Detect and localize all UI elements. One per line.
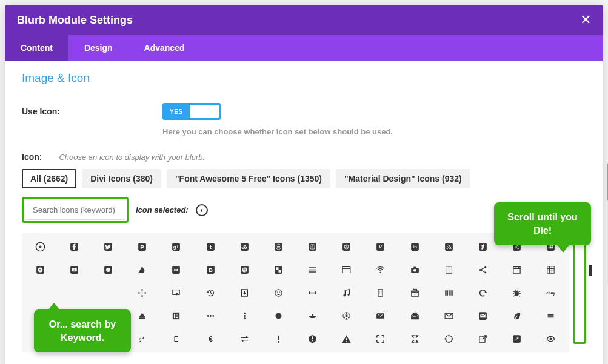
svg-rect-110 bbox=[346, 338, 347, 340]
icon-youtube[interactable] bbox=[57, 258, 91, 281]
svg-rect-69 bbox=[310, 292, 315, 293]
svg-point-109 bbox=[312, 340, 313, 341]
icon-wifi[interactable] bbox=[364, 258, 398, 281]
icon-dumbbell[interactable] bbox=[296, 281, 330, 304]
icon-dribbble[interactable] bbox=[330, 235, 364, 258]
icon-submarine[interactable] bbox=[296, 304, 330, 327]
icon-history[interactable] bbox=[193, 281, 227, 304]
icon-ellipsis-h[interactable] bbox=[193, 304, 227, 327]
icon-etsy[interactable]: E bbox=[159, 327, 193, 350]
filter-all[interactable]: All (2662) bbox=[22, 169, 76, 188]
svg-point-106 bbox=[278, 341, 279, 343]
icon-barcode[interactable] bbox=[432, 281, 466, 304]
icon-expand-arrows[interactable] bbox=[398, 327, 432, 350]
toggle-knob bbox=[190, 105, 219, 118]
icon-calendar[interactable] bbox=[500, 258, 534, 281]
icon-download[interactable] bbox=[227, 281, 261, 304]
icon-vimeo[interactable]: v bbox=[364, 235, 398, 258]
svg-text:E: E bbox=[174, 334, 179, 343]
icon-crosshair[interactable] bbox=[432, 327, 466, 350]
icon-smile[interactable] bbox=[261, 281, 295, 304]
icon-eye[interactable] bbox=[534, 327, 568, 350]
icon-delicious[interactable] bbox=[261, 258, 295, 281]
icon-gift[interactable] bbox=[398, 281, 432, 304]
icon-camera[interactable] bbox=[398, 258, 432, 281]
icon-google-drive[interactable] bbox=[125, 258, 159, 281]
icon-exclamation[interactable] bbox=[261, 327, 295, 350]
icon-envelope-square[interactable] bbox=[466, 304, 499, 327]
callout-search: Or... search by Keyword. bbox=[34, 309, 131, 352]
icon-envelope[interactable] bbox=[364, 304, 398, 327]
icon-ebay[interactable]: ebay bbox=[534, 281, 568, 304]
icon-exclamation-triangle[interactable] bbox=[330, 327, 364, 350]
icon-book[interactable] bbox=[432, 258, 466, 281]
filter-material[interactable]: "Material Design" Icons (932) bbox=[336, 169, 470, 188]
icon-label: Icon: bbox=[22, 152, 42, 162]
icon-stumbleupon[interactable] bbox=[227, 235, 261, 258]
icon-scrollbar-thumb[interactable] bbox=[589, 265, 592, 276]
icon-browser[interactable] bbox=[330, 258, 364, 281]
svg-point-92 bbox=[275, 313, 281, 319]
filter-divi[interactable]: Divi Icons (380) bbox=[82, 169, 161, 188]
icon-exclamation-circle[interactable] bbox=[296, 327, 330, 350]
search-highlight bbox=[22, 197, 129, 223]
search-input[interactable] bbox=[25, 200, 125, 220]
icon-exchange[interactable] bbox=[227, 327, 261, 350]
icon-instagram[interactable] bbox=[296, 235, 330, 258]
icon-music[interactable] bbox=[330, 281, 364, 304]
icon-selected-label: Icon selected: bbox=[136, 205, 189, 214]
svg-rect-41 bbox=[172, 266, 180, 274]
icon-pinterest[interactable]: P bbox=[125, 235, 159, 258]
icon-selected-preview: ‹ bbox=[196, 204, 208, 216]
icon-undo[interactable] bbox=[466, 281, 499, 304]
icon-envelope-open[interactable] bbox=[398, 304, 432, 327]
icon-move[interactable] bbox=[125, 281, 159, 304]
close-icon[interactable]: ✕ bbox=[580, 12, 591, 28]
svg-rect-14 bbox=[309, 243, 316, 251]
svg-rect-55 bbox=[413, 266, 416, 268]
icon-facebook[interactable] bbox=[57, 235, 91, 258]
icon-ellipsis-v[interactable] bbox=[227, 304, 261, 327]
icon-twitter[interactable] bbox=[91, 235, 125, 258]
icon-elementor[interactable] bbox=[159, 304, 193, 327]
icon-building[interactable] bbox=[364, 281, 398, 304]
tab-design[interactable]: Design bbox=[68, 35, 129, 61]
icon-empire[interactable] bbox=[330, 304, 364, 327]
icon-external-link[interactable] bbox=[466, 327, 499, 350]
icon-cursor[interactable] bbox=[159, 281, 193, 304]
icon-flickr[interactable] bbox=[159, 258, 193, 281]
icon-tumblr[interactable]: t bbox=[193, 235, 227, 258]
icon-expand[interactable] bbox=[364, 327, 398, 350]
icon-euro[interactable]: € bbox=[193, 327, 227, 350]
icon-google-plus[interactable]: g+ bbox=[159, 235, 193, 258]
icon-circle[interactable] bbox=[261, 304, 295, 327]
icon-target[interactable] bbox=[23, 235, 57, 258]
icon-linkedin[interactable]: in bbox=[398, 235, 432, 258]
icon-wordpress[interactable]: W bbox=[261, 235, 295, 258]
section-title: Image & Icon bbox=[22, 71, 586, 85]
svg-rect-82 bbox=[174, 313, 175, 317]
filter-fontawesome[interactable]: "Font Awesome 5 Free" Icons (1350) bbox=[167, 169, 330, 188]
icon-share-alt[interactable] bbox=[466, 258, 499, 281]
icon-list[interactable] bbox=[296, 258, 330, 281]
svg-point-59 bbox=[484, 271, 486, 273]
use-icon-toggle[interactable]: YES bbox=[162, 103, 221, 120]
icon-rss[interactable] bbox=[432, 235, 466, 258]
icon-equals[interactable] bbox=[534, 304, 568, 327]
tab-advanced[interactable]: Advanced bbox=[129, 35, 201, 61]
icon-external-square[interactable] bbox=[500, 327, 534, 350]
svg-point-90 bbox=[244, 315, 246, 317]
icon-blank3[interactable] bbox=[91, 281, 125, 304]
tab-content[interactable]: Content bbox=[5, 35, 68, 61]
icon-skype[interactable]: S bbox=[23, 258, 57, 281]
icon-envelope-outline[interactable] bbox=[432, 304, 466, 327]
svg-text:ebay: ebay bbox=[547, 290, 556, 295]
icon-leaf[interactable] bbox=[500, 304, 534, 327]
icon-picasa[interactable] bbox=[91, 258, 125, 281]
svg-point-115 bbox=[550, 337, 552, 340]
icon-blogger[interactable]: B bbox=[193, 258, 227, 281]
svg-point-54 bbox=[413, 268, 416, 271]
icon-spotify[interactable] bbox=[227, 258, 261, 281]
icon-help: Choose an icon to display with your blur… bbox=[59, 153, 205, 162]
icon-bug[interactable] bbox=[500, 281, 534, 304]
